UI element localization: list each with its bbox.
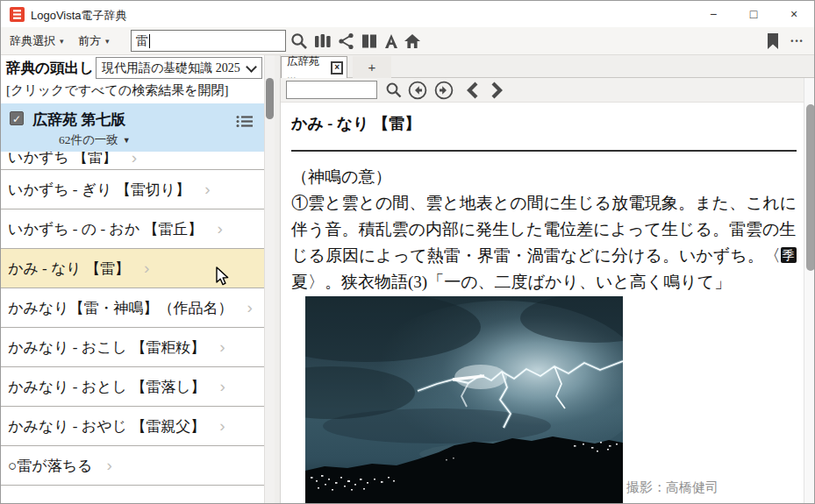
list-item-label: かみなり - おやじ 【雷親父】 — [8, 416, 205, 437]
chevron-right-icon: › — [132, 152, 137, 167]
headword-divider — [291, 150, 797, 152]
search-mode-button[interactable]: 前方 ▾ — [78, 27, 110, 54]
new-tab-button[interactable]: + — [353, 56, 391, 78]
entry-headword: かみ - なり 【雷】 — [291, 113, 420, 134]
list-item[interactable]: かみなり - おとし 【雷落し】› — [1, 367, 264, 407]
search-button[interactable] — [289, 32, 310, 51]
maximize-icon: □ — [750, 7, 757, 21]
list-item[interactable]: ○雷が落ちる› — [1, 446, 264, 486]
list-item[interactable]: かみなり - おこし 【雷粔籹】› — [1, 328, 264, 367]
sidebar-heading: 辞典の頭出し — [6, 59, 94, 78]
more-options-button[interactable]: ••• — [787, 32, 808, 51]
list-item-label: いかずち - ぎり 【雷切り】 — [8, 180, 190, 200]
match-count-label: 62件の一致 — [59, 132, 118, 148]
circle-arrow-left-icon — [408, 81, 427, 100]
font-icon — [382, 32, 400, 50]
caret-down-icon: ▾ — [105, 37, 110, 46]
lightning-photo — [305, 296, 623, 504]
definition-part1: ①雲と雲との間、雲と地表との間に生じる放電現象。また、これに伴う音。積乱雲の内部… — [291, 194, 797, 265]
list-item[interactable]: かみ - なり 【雷】› — [1, 249, 264, 288]
minimize-icon: − — [710, 7, 717, 21]
share-icon — [338, 32, 355, 50]
dictionary-dropdown[interactable]: 現代用語の基礎知識 2025 — [96, 57, 262, 79]
content-scrollbar-thumb[interactable] — [806, 104, 815, 271]
chevron-right-icon: › — [247, 298, 253, 317]
dictionary-group-header[interactable]: ✓ 広辞苑 第七版 62件の一致 ▼ — [1, 103, 264, 152]
list-item-label: いかずち 【雷】 — [8, 152, 118, 167]
chevron-right-icon: › — [219, 337, 225, 357]
tab-close-button[interactable]: × — [331, 61, 343, 75]
more-dots-icon: ••• — [790, 37, 804, 46]
list-item-label: いかずち - の - おか 【雷丘】 — [8, 219, 203, 239]
app-logo-icon — [10, 7, 25, 22]
content-scrollbar[interactable] — [804, 78, 815, 504]
list-item-label: かみなり - おこし 【雷粔籹】 — [8, 337, 205, 358]
find-button[interactable] — [382, 80, 405, 101]
tab-kojien[interactable]: 広辞苑 ... × — [281, 56, 347, 78]
chevron-right-icon — [489, 82, 504, 99]
sidebar-scrollbar-thumb[interactable] — [266, 78, 274, 119]
previous-entry-button[interactable] — [461, 80, 484, 101]
chevron-right-icon: › — [106, 456, 111, 475]
two-pane-button[interactable] — [359, 32, 380, 51]
next-entry-button[interactable] — [485, 80, 508, 101]
history-forward-button[interactable] — [433, 80, 455, 101]
tab-bar: 広辞苑 ... × + — [281, 55, 815, 78]
entry-content: かみ - なり 【雷】 （神鳴の意） ①雲と雲との間、雲と地表との間に生じる放電… — [281, 103, 804, 504]
tab-close-icon: × — [334, 63, 340, 72]
minimize-button[interactable]: − — [693, 1, 733, 27]
circle-arrow-right-icon — [434, 81, 454, 100]
chevron-right-icon: › — [219, 416, 225, 436]
font-button[interactable] — [381, 32, 402, 51]
list-item-label: かみなり【雷・神鳴】（作品名） — [8, 298, 233, 318]
caret-down-filled-icon: ▼ — [123, 136, 131, 145]
chevron-down-icon — [246, 61, 257, 73]
chevron-left-icon — [465, 82, 481, 99]
season-word-icon: 季 — [781, 247, 797, 263]
list-item[interactable]: いかずち 【雷】› — [1, 152, 264, 170]
bookmark-icon — [766, 32, 780, 50]
chevron-right-icon: › — [217, 219, 222, 238]
sidebar-scrollbar[interactable] — [264, 55, 275, 504]
list-item-label: かみなり - おとし 【雷落し】 — [8, 377, 206, 397]
maximize-button[interactable]: □ — [733, 1, 774, 27]
list-item[interactable]: いかずち - の - おか 【雷丘】› — [1, 209, 264, 249]
app-window: LogoVista電子辞典 − □ × 辞典選択 ▾ 前方 ▾ 雷 — [0, 0, 815, 504]
dictionary-group-title: 広辞苑 第七版 — [32, 110, 125, 130]
close-button[interactable]: × — [774, 1, 814, 27]
home-button[interactable] — [402, 32, 423, 51]
window-title: LogoVista電子辞典 — [31, 8, 127, 24]
definition-part2: 夏〉。狭衣物語(3)「一の、二度ばかり、いと高く鳴りて」 — [291, 273, 731, 291]
search-icon — [385, 82, 403, 99]
dictionary-select-button[interactable]: 辞典選択 ▾ — [10, 27, 64, 54]
close-icon: × — [790, 7, 797, 21]
search-input[interactable]: 雷 — [131, 30, 286, 52]
dictionary-select-label: 辞典選択 — [10, 33, 55, 49]
panel-divider — [275, 55, 281, 504]
search-input-value: 雷 — [136, 33, 148, 49]
chevron-right-icon: › — [144, 259, 149, 278]
bookmark-button[interactable] — [762, 32, 783, 51]
home-icon — [404, 32, 421, 50]
chevron-right-icon: › — [220, 377, 225, 396]
find-in-entry-input[interactable] — [286, 81, 377, 99]
library-button[interactable] — [312, 32, 333, 51]
list-item-label: かみ - なり 【雷】 — [8, 259, 130, 279]
dictionary-dropdown-value: 現代用語の基礎知識 2025 — [102, 60, 240, 76]
entry-definition-text: ①雲と雲との間、雲と地表との間に生じる放電現象。また、これに伴う音。積乱雲の内部… — [291, 190, 800, 295]
list-item[interactable]: かみなり【雷・神鳴】（作品名）› — [1, 288, 264, 328]
main-toolbar: 辞典選択 ▾ 前方 ▾ 雷 — [1, 27, 814, 55]
list-item[interactable]: かみなり - おやじ 【雷親父】› — [1, 407, 264, 446]
result-list: いかずち 【雷】›いかずち - ぎり 【雷切り】›いかずち - の - おか 【… — [1, 152, 264, 486]
share-button[interactable] — [336, 32, 357, 51]
new-tab-icon: + — [368, 60, 376, 75]
history-back-button[interactable] — [406, 80, 429, 101]
search-icon — [290, 32, 308, 50]
checkbox-checked[interactable]: ✓ — [10, 111, 24, 125]
entry-etymology: （神鳴の意） — [291, 164, 800, 190]
toggle-all-results-hint[interactable]: [クリックですべての検索結果を開閉] — [6, 82, 229, 99]
list-item-label: ○雷が落ちる — [8, 456, 92, 476]
list-item[interactable]: いかずち - ぎり 【雷切り】› — [1, 170, 264, 209]
match-count[interactable]: 62件の一致 ▼ — [59, 132, 131, 148]
list-view-icon[interactable] — [236, 115, 254, 131]
